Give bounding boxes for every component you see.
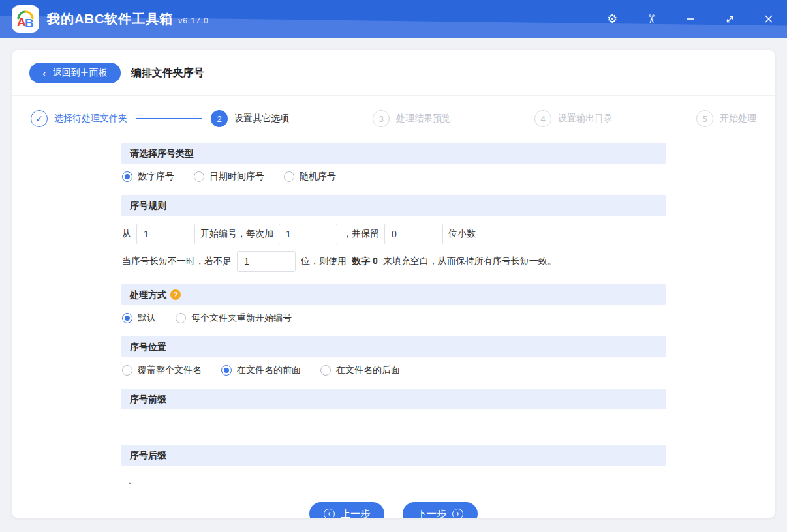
radio-datetime-serial[interactable]: 日期时间序号 [194, 171, 264, 183]
page-title: 编排文件夹序号 [131, 66, 204, 80]
maximize-icon[interactable] [723, 12, 736, 25]
serial-rule-row: 从 开始编号，每次加 ，并保留 位小数 [122, 224, 666, 244]
step-3-preview-results: 3 处理结果预览 [373, 110, 451, 127]
step-connector [136, 118, 202, 119]
section-header-serial-prefix: 序号前缀 [121, 389, 666, 409]
step-4-output-directory: 4 设置输出目录 [534, 110, 613, 127]
pad-length-input[interactable] [237, 251, 296, 272]
section-header-serial-rule: 序号规则 [121, 195, 666, 216]
step-1-select-folders: ✓ 选择待处理文件夹 [31, 110, 127, 127]
section-header-serial-position: 序号位置 [121, 336, 666, 357]
app-title: 我的ABC软件工具箱v6.17.0 [47, 10, 209, 28]
chevron-left-icon: ‹ [42, 68, 46, 79]
settings-icon[interactable]: ⚙ [606, 12, 619, 25]
radio-restart-per-folder[interactable]: 每个文件夹重新开始编号 [176, 312, 292, 324]
serial-suffix-input[interactable] [121, 471, 666, 490]
decimal-places-input[interactable] [384, 224, 443, 244]
serial-position-radio-group: 覆盖整个文件名 在文件名的前面 在文件名的后面 [122, 364, 666, 376]
back-button-label: 返回到主面板 [53, 67, 108, 79]
start-number-input[interactable] [136, 224, 195, 244]
radio-unselected-icon [320, 365, 331, 376]
page-header: ‹ 返回到主面板 编排文件夹序号 [12, 50, 775, 96]
check-icon: ✓ [31, 110, 48, 127]
radio-unselected-icon [194, 171, 204, 182]
radio-selected-icon [122, 313, 132, 323]
radio-selected-icon [221, 365, 232, 376]
next-step-button[interactable]: 下一步 › [403, 502, 478, 518]
section-header-serial-type: 请选择序号类型 [121, 143, 666, 164]
wizard-nav: ‹ 上一步 下一步 › [12, 501, 775, 518]
back-to-dashboard-button[interactable]: ‹ 返回到主面板 [29, 63, 121, 83]
section-header-processing-mode: 处理方式 ? [121, 284, 666, 305]
radio-unselected-icon [176, 313, 186, 323]
wizard-stepper: ✓ 选择待处理文件夹 2 设置其它选项 3 处理结果预览 4 设置输出目录 5 … [12, 96, 775, 127]
step-connector [460, 119, 525, 119]
step-connector [298, 119, 363, 119]
titlebar: A B 我的ABC软件工具箱v6.17.0 ⚙ ✂ [0, 0, 787, 38]
serial-prefix-input[interactable] [121, 415, 666, 434]
help-icon[interactable]: ? [170, 289, 181, 300]
radio-unselected-icon [284, 171, 294, 182]
step-5-start-processing: 5 开始处理 [696, 110, 756, 127]
radio-random-serial[interactable]: 随机序号 [284, 171, 336, 183]
close-icon[interactable] [762, 12, 775, 25]
main-panel: ‹ 返回到主面板 编排文件夹序号 ✓ 选择待处理文件夹 2 设置其它选项 3 处… [12, 50, 775, 518]
radio-after-filename[interactable]: 在文件名的后面 [320, 364, 400, 376]
step-connector [622, 119, 687, 119]
serial-type-radio-group: 数字序号 日期时间序号 随机序号 [122, 171, 666, 183]
increment-input[interactable] [279, 224, 337, 244]
previous-step-button[interactable]: ‹ 上一步 [309, 502, 384, 518]
radio-before-filename[interactable]: 在文件名的前面 [221, 364, 301, 376]
padding-rule-row: 当序号长短不一时，若不足 位，则使用 数字 0 来填充空白，从而保持所有序号长短… [122, 251, 666, 272]
minimize-icon[interactable] [684, 12, 697, 25]
svg-text:B: B [25, 16, 34, 30]
processing-mode-radio-group: 默认 每个文件夹重新开始编号 [122, 312, 666, 324]
app-version: v6.17.0 [178, 16, 208, 25]
radio-default-mode[interactable]: 默认 [122, 312, 156, 324]
section-header-serial-suffix: 序号后缀 [121, 445, 666, 466]
options-form: 请选择序号类型 数字序号 日期时间序号 随机序号 序号规则 从 开始编号，每次加 [121, 143, 666, 501]
titlebar-actions: ⚙ ✂ [606, 12, 775, 25]
radio-unselected-icon [122, 365, 132, 376]
scissors-icon[interactable]: ✂ [645, 12, 658, 25]
radio-overwrite-filename[interactable]: 覆盖整个文件名 [122, 364, 202, 376]
chevron-right-circle-icon: › [452, 509, 463, 519]
radio-numeric-serial[interactable]: 数字序号 [122, 171, 174, 183]
step-2-set-options: 2 设置其它选项 [211, 110, 289, 127]
app-logo-icon: A B [12, 5, 39, 33]
chevron-left-circle-icon: ‹ [324, 509, 335, 519]
radio-selected-icon [122, 171, 132, 182]
